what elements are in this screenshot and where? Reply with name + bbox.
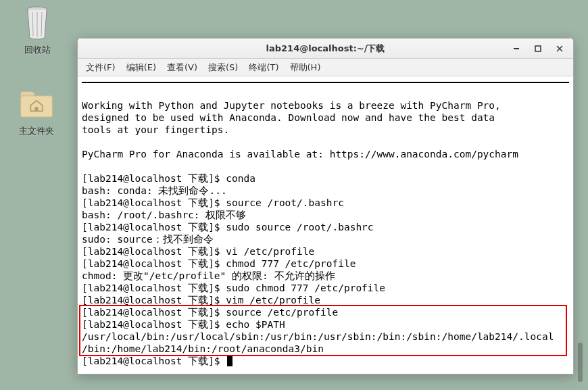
terminal-line: [lab214@localhost 下载]$ sudo chmod 777 /e… xyxy=(82,282,569,294)
close-button[interactable] xyxy=(549,39,570,58)
menubar: 文件(F) 编辑(E) 查看(V) 搜索(S) 终端(T) 帮助(H) xyxy=(78,59,573,76)
terminal-window: lab214@localhost:~/下载 文件(F) 编辑(E) 查看(V) … xyxy=(77,38,574,374)
terminal-line: [lab214@localhost 下载]$ vi /etc/profile xyxy=(82,245,569,258)
svg-rect-5 xyxy=(34,107,38,111)
terminal-output: Working with Python and Jupyter notebook… xyxy=(82,87,569,367)
svg-rect-4 xyxy=(21,96,53,117)
menu-terminal[interactable]: 终端(T) xyxy=(243,59,284,76)
titlebar[interactable]: lab214@localhost:~/下载 xyxy=(78,39,573,59)
terminal-line xyxy=(82,87,569,99)
terminal-line: /usr/local/bin:/usr/local/sbin:/usr/bin:… xyxy=(82,331,569,343)
menu-search[interactable]: 搜索(S) xyxy=(203,59,243,76)
terminal-line: sudo: source：找不到命令 xyxy=(82,233,569,245)
terminal-line xyxy=(82,136,569,148)
maximize-button[interactable] xyxy=(527,39,549,58)
minimize-icon xyxy=(513,45,520,52)
terminal-line: [lab214@localhost 下载]$ conda xyxy=(82,172,569,185)
terminal-line: [lab214@localhost 下载]$ source /root/.bas… xyxy=(82,197,569,209)
maximize-icon xyxy=(535,45,541,52)
terminal-line: bash: /root/.bashrc: 权限不够 xyxy=(82,209,569,221)
desktop-icon-home[interactable]: 主文件夹 xyxy=(9,87,64,138)
menu-file[interactable]: 文件(F) xyxy=(80,59,121,76)
desktop-icon-label: 主文件夹 xyxy=(16,124,57,138)
svg-rect-7 xyxy=(535,46,541,51)
desktop-icon-trash[interactable]: 回收站 xyxy=(10,5,64,57)
terminal-line: [lab214@localhost 下载]$ sudo source /root… xyxy=(82,221,569,233)
terminal-line: designed to be used with Anaconda. Downl… xyxy=(82,112,569,124)
terminal-line: [lab214@localhost 下载]$ echo $PATH xyxy=(82,318,569,331)
menu-edit[interactable]: 编辑(E) xyxy=(121,59,162,76)
cursor xyxy=(227,356,232,366)
terminal-line xyxy=(82,160,569,172)
terminal-body[interactable]: Working with Python and Jupyter notebook… xyxy=(78,76,573,374)
terminal-line: [lab214@localhost 下载]$ xyxy=(82,355,569,367)
terminal-line: [lab214@localhost 下载]$ chmod 777 /etc/pr… xyxy=(82,258,569,270)
terminal-line: bash: conda: 未找到命令... xyxy=(82,185,569,197)
minimize-button[interactable] xyxy=(506,39,527,58)
separator-line xyxy=(82,82,569,83)
terminal-line: [lab214@localhost 下载]$ source /etc/profi… xyxy=(82,306,569,318)
terminal-line: /bin:/home/lab214/bin:/root/anaconda3/bi… xyxy=(82,343,569,355)
terminal-line: Working with Python and Jupyter notebook… xyxy=(82,99,569,112)
menu-view[interactable]: 查看(V) xyxy=(162,59,203,76)
trash-icon xyxy=(20,5,55,41)
window-controls xyxy=(506,39,570,58)
terminal-line: tools at your fingertips. xyxy=(82,124,569,136)
close-icon xyxy=(556,45,563,52)
menu-help[interactable]: 帮助(H) xyxy=(285,59,326,76)
window-title: lab214@localhost:~/下载 xyxy=(78,43,573,55)
terminal-line: [lab214@localhost 下载]$ vim /etc/profile xyxy=(82,294,569,306)
terminal-line: PyCharm Pro for Anaconda is available at… xyxy=(82,148,569,160)
desktop-icon-label: 回收站 xyxy=(22,43,53,57)
scrollbar-hint xyxy=(578,343,583,382)
home-folder-icon xyxy=(19,87,54,122)
terminal-line: chmod: 更改"/etc/profile" 的权限: 不允许的操作 xyxy=(82,270,569,282)
